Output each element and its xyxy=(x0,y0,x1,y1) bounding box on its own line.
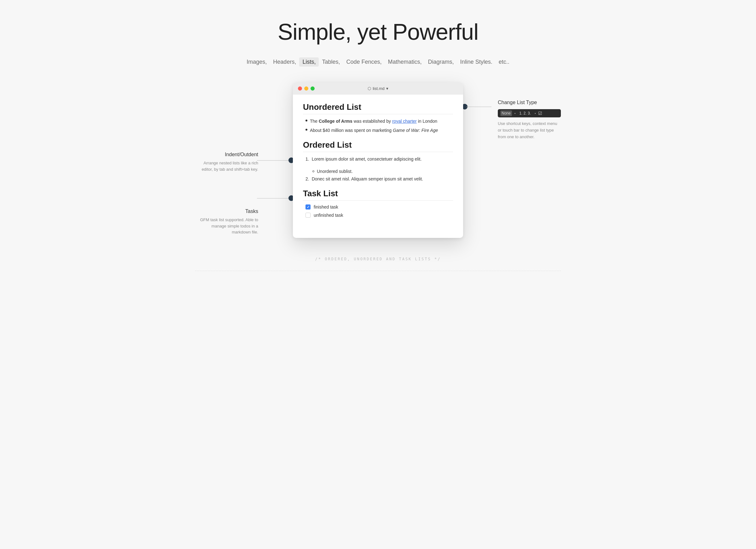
window-content: Unordered List The College of Arms was e… xyxy=(293,95,463,238)
line-tasks xyxy=(257,198,288,198)
nav-images[interactable]: Images, xyxy=(243,57,270,67)
list-type-annotation: Change List Type None • 1. 2. 3. • ☑ Use… xyxy=(498,100,561,140)
unordered-list: The College of Arms was established by r… xyxy=(303,118,453,134)
toolbar-separator-1: • xyxy=(515,112,516,115)
nav-tables[interactable]: Tables, xyxy=(319,57,343,67)
line-indent xyxy=(257,160,288,161)
list-item: The College of Arms was established by r… xyxy=(305,118,453,125)
link-royal-charter[interactable]: royal charter xyxy=(392,119,417,124)
page-wrapper: Simple, yet Powerful Images, Headers, Li… xyxy=(189,0,567,284)
list-type-title: Change List Type xyxy=(498,100,561,105)
list-type-toolbar: None • 1. 2. 3. • ☑ xyxy=(498,109,561,117)
toolbar-check[interactable]: ☑ xyxy=(538,111,542,116)
nav-etc[interactable]: etc.. xyxy=(496,57,513,67)
ordered-list-heading: Ordered List xyxy=(303,140,453,152)
window-area: ⬡ list.md ▾ Unordered List The College o… xyxy=(293,82,463,238)
indent-annotation: Indent/Outdent Arrange nested lists like… xyxy=(195,152,258,172)
task-item-unfinished: unfinished task xyxy=(305,213,453,218)
page-title: Simple, yet Powerful xyxy=(278,19,478,45)
close-button[interactable] xyxy=(298,86,302,90)
ordered-list: 1. Lorem ipsum dolor sit amet, consectet… xyxy=(303,156,453,162)
ordered-list-item-2: 2. Donec sit amet nisl. Aliquam semper i… xyxy=(305,176,453,182)
footer-caption: /* ORDERED, UNORDERED AND TASK LISTS */ xyxy=(315,257,441,261)
toolbar-ordered[interactable]: 1. 2. 3. xyxy=(518,110,532,116)
window-title: ⬡ list.md ▾ xyxy=(368,86,388,91)
bold-text: College of Arms xyxy=(319,119,352,124)
ordered-item-text-2: Donec sit amet nisl. Aliquam semper ipsu… xyxy=(312,176,423,182)
list-type-description: Use shortcut keys, context menu or touch… xyxy=(498,120,561,140)
checkbox-checked-icon[interactable] xyxy=(305,204,311,209)
nav-code[interactable]: Code Fences, xyxy=(343,57,385,67)
task-unfinished-label: unfinished task xyxy=(314,213,343,218)
bullet-icon xyxy=(305,120,307,121)
task-list-heading: Task List xyxy=(303,189,453,201)
editor-window: ⬡ list.md ▾ Unordered List The College o… xyxy=(293,82,463,238)
task-list: finished task unfinished task xyxy=(303,204,453,218)
indent-description: Arrange nested lists like a rich editor,… xyxy=(195,160,258,172)
unordered-list-heading: Unordered List xyxy=(303,102,453,114)
toolbar-none[interactable]: None xyxy=(500,110,512,116)
ordered-list-item: 1. Lorem ipsum dolor sit amet, consectet… xyxy=(305,156,453,162)
sub-bullet-icon xyxy=(312,170,314,172)
tasks-title: Tasks xyxy=(195,208,258,214)
task-finished-label: finished task xyxy=(314,204,338,209)
toolbar-separator-2: • xyxy=(535,112,536,115)
list-item-text: The College of Arms was established by r… xyxy=(310,118,437,125)
line-change-list xyxy=(466,107,491,107)
list-item: About $40 million was spent on marketing… xyxy=(305,127,453,134)
nav-headers[interactable]: Headers, xyxy=(270,57,299,67)
unordered-sub-item: Unordered sublist. xyxy=(303,169,453,174)
ordered-item-text: Lorem ipsum dolor sit amet, consectetuer… xyxy=(312,156,422,162)
nav-lists[interactable]: Lists, xyxy=(299,57,319,67)
window-controls xyxy=(298,86,315,90)
maximize-button[interactable] xyxy=(311,86,315,90)
content-area: Indent/Outdent Arrange nested lists like… xyxy=(195,82,561,238)
tasks-description: GFM task list supported. Able to manage … xyxy=(195,217,258,235)
window-titlebar: ⬡ list.md ▾ xyxy=(293,82,463,95)
order-number: 1. xyxy=(305,156,309,162)
checkbox-unchecked-icon[interactable] xyxy=(305,213,311,218)
minimize-button[interactable] xyxy=(304,86,308,90)
bottom-divider xyxy=(195,271,561,271)
italic-text: Game of War: Fire Age xyxy=(393,128,438,133)
task-item-finished: finished task xyxy=(305,204,453,209)
sub-item-text: Unordered sublist. xyxy=(317,169,353,174)
indent-title: Indent/Outdent xyxy=(195,152,258,157)
nav-math[interactable]: Mathematics, xyxy=(385,57,425,67)
bullet-icon xyxy=(305,129,307,131)
nav-inline[interactable]: Inline Styles. xyxy=(457,57,496,67)
order-number-2: 2. xyxy=(305,176,309,182)
chevron-down-icon: ▾ xyxy=(386,86,388,91)
tasks-annotation: Tasks GFM task list supported. Able to m… xyxy=(195,208,258,235)
file-icon: ⬡ xyxy=(368,86,371,91)
list-item-text: About $40 million was spent on marketing… xyxy=(310,127,438,134)
feature-nav: Images, Headers, Lists, Tables, Code Fen… xyxy=(243,57,512,67)
file-name: list.md xyxy=(373,86,385,91)
nav-diagrams[interactable]: Diagrams, xyxy=(425,57,457,67)
ordered-list-2: 2. Donec sit amet nisl. Aliquam semper i… xyxy=(303,176,453,182)
